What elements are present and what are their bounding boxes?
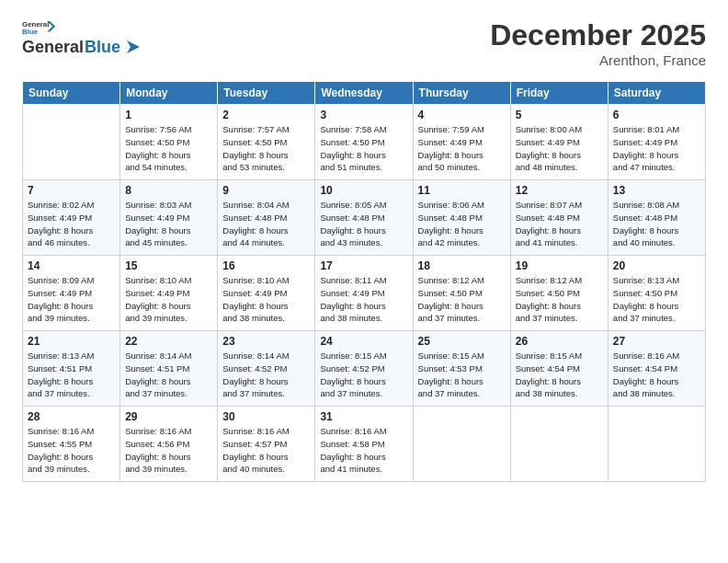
day-number: 21 xyxy=(28,335,115,348)
logo-blue: Blue xyxy=(85,38,120,57)
day-info: Sunrise: 8:01 AM Sunset: 4:49 PM Dayligh… xyxy=(613,123,700,174)
col-wednesday: Wednesday xyxy=(315,82,413,105)
table-row: 17Sunrise: 8:11 AM Sunset: 4:49 PM Dayli… xyxy=(315,256,413,331)
table-row: 22Sunrise: 8:14 AM Sunset: 4:51 PM Dayli… xyxy=(120,331,218,407)
logo-general: General xyxy=(22,38,84,57)
col-thursday: Thursday xyxy=(413,82,510,105)
day-number: 29 xyxy=(125,410,212,423)
table-row: 27Sunrise: 8:16 AM Sunset: 4:54 PM Dayli… xyxy=(608,331,705,407)
day-info: Sunrise: 8:12 AM Sunset: 4:50 PM Dayligh… xyxy=(418,274,506,325)
day-number: 14 xyxy=(28,259,115,272)
table-row: 18Sunrise: 8:12 AM Sunset: 4:50 PM Dayli… xyxy=(413,256,510,331)
table-row: 1Sunrise: 7:56 AM Sunset: 4:50 PM Daylig… xyxy=(120,105,218,180)
day-info: Sunrise: 8:08 AM Sunset: 4:48 PM Dayligh… xyxy=(613,199,700,249)
day-info: Sunrise: 8:16 AM Sunset: 4:54 PM Dayligh… xyxy=(613,350,700,400)
day-info: Sunrise: 7:58 AM Sunset: 4:50 PM Dayligh… xyxy=(320,123,407,174)
calendar-week-row: 28Sunrise: 8:16 AM Sunset: 4:55 PM Dayli… xyxy=(23,407,706,482)
logo-arrow-icon xyxy=(123,37,143,57)
day-info: Sunrise: 8:16 AM Sunset: 4:56 PM Dayligh… xyxy=(125,425,212,476)
table-row: 10Sunrise: 8:05 AM Sunset: 4:48 PM Dayli… xyxy=(315,180,413,256)
day-info: Sunrise: 8:02 AM Sunset: 4:49 PM Dayligh… xyxy=(28,199,115,249)
table-row xyxy=(413,407,510,482)
table-row: 14Sunrise: 8:09 AM Sunset: 4:49 PM Dayli… xyxy=(23,256,120,331)
table-row xyxy=(23,105,120,180)
day-number: 15 xyxy=(125,259,212,272)
calendar-week-row: 14Sunrise: 8:09 AM Sunset: 4:49 PM Dayli… xyxy=(23,256,706,331)
table-row: 21Sunrise: 8:13 AM Sunset: 4:51 PM Dayli… xyxy=(23,331,120,407)
day-number: 25 xyxy=(418,335,506,348)
day-info: Sunrise: 8:09 AM Sunset: 4:49 PM Dayligh… xyxy=(28,274,115,325)
table-row: 28Sunrise: 8:16 AM Sunset: 4:55 PM Dayli… xyxy=(23,407,120,482)
day-info: Sunrise: 8:16 AM Sunset: 4:58 PM Dayligh… xyxy=(320,425,407,476)
table-row: 29Sunrise: 8:16 AM Sunset: 4:56 PM Dayli… xyxy=(120,407,218,482)
table-row xyxy=(608,407,705,482)
table-row: 12Sunrise: 8:07 AM Sunset: 4:48 PM Dayli… xyxy=(510,180,608,256)
calendar-table: Sunday Monday Tuesday Wednesday Thursday… xyxy=(22,81,706,482)
calendar-header-row: Sunday Monday Tuesday Wednesday Thursday… xyxy=(23,82,706,105)
day-info: Sunrise: 8:10 AM Sunset: 4:49 PM Dayligh… xyxy=(125,274,212,325)
day-info: Sunrise: 8:07 AM Sunset: 4:48 PM Dayligh… xyxy=(516,199,603,249)
day-info: Sunrise: 8:13 AM Sunset: 4:51 PM Dayligh… xyxy=(28,350,115,400)
day-info: Sunrise: 8:16 AM Sunset: 4:57 PM Dayligh… xyxy=(222,425,310,476)
calendar-week-row: 21Sunrise: 8:13 AM Sunset: 4:51 PM Dayli… xyxy=(23,331,706,407)
day-info: Sunrise: 8:10 AM Sunset: 4:49 PM Dayligh… xyxy=(222,274,310,325)
table-row: 20Sunrise: 8:13 AM Sunset: 4:50 PM Dayli… xyxy=(608,256,705,331)
title-area: December 2025 Arenthon, France xyxy=(490,18,706,68)
table-row: 30Sunrise: 8:16 AM Sunset: 4:57 PM Dayli… xyxy=(218,407,315,482)
day-number: 22 xyxy=(125,335,212,348)
day-number: 19 xyxy=(516,259,603,272)
day-number: 20 xyxy=(613,259,700,272)
day-info: Sunrise: 8:14 AM Sunset: 4:52 PM Dayligh… xyxy=(222,350,310,400)
day-number: 28 xyxy=(28,410,115,423)
day-number: 12 xyxy=(516,184,603,197)
table-row: 4Sunrise: 7:59 AM Sunset: 4:49 PM Daylig… xyxy=(413,105,510,180)
page: General Blue General Blue December 2025 … xyxy=(0,0,728,563)
day-info: Sunrise: 8:13 AM Sunset: 4:50 PM Dayligh… xyxy=(613,274,700,325)
day-number: 2 xyxy=(222,109,310,121)
table-row: 25Sunrise: 8:15 AM Sunset: 4:53 PM Dayli… xyxy=(413,331,510,407)
day-info: Sunrise: 7:59 AM Sunset: 4:49 PM Dayligh… xyxy=(418,123,506,174)
day-info: Sunrise: 8:11 AM Sunset: 4:49 PM Dayligh… xyxy=(320,274,407,325)
day-number: 3 xyxy=(320,109,407,121)
day-info: Sunrise: 8:12 AM Sunset: 4:50 PM Dayligh… xyxy=(516,274,603,325)
table-row: 9Sunrise: 8:04 AM Sunset: 4:48 PM Daylig… xyxy=(218,180,315,256)
day-number: 4 xyxy=(418,109,506,121)
logo: General Blue General Blue xyxy=(22,18,143,57)
table-row: 16Sunrise: 8:10 AM Sunset: 4:49 PM Dayli… xyxy=(218,256,315,331)
col-sunday: Sunday xyxy=(23,82,120,105)
table-row: 2Sunrise: 7:57 AM Sunset: 4:50 PM Daylig… xyxy=(218,105,315,180)
table-row: 8Sunrise: 8:03 AM Sunset: 4:49 PM Daylig… xyxy=(120,180,218,256)
day-info: Sunrise: 8:03 AM Sunset: 4:49 PM Dayligh… xyxy=(125,199,212,249)
table-row: 6Sunrise: 8:01 AM Sunset: 4:49 PM Daylig… xyxy=(608,105,705,180)
table-row: 3Sunrise: 7:58 AM Sunset: 4:50 PM Daylig… xyxy=(315,105,413,180)
col-saturday: Saturday xyxy=(608,82,705,105)
day-info: Sunrise: 8:15 AM Sunset: 4:54 PM Dayligh… xyxy=(516,350,603,400)
day-number: 26 xyxy=(516,335,603,348)
day-info: Sunrise: 8:15 AM Sunset: 4:53 PM Dayligh… xyxy=(418,350,506,400)
day-info: Sunrise: 7:56 AM Sunset: 4:50 PM Dayligh… xyxy=(125,123,212,174)
day-info: Sunrise: 8:05 AM Sunset: 4:48 PM Dayligh… xyxy=(320,199,407,249)
day-number: 16 xyxy=(222,259,310,272)
day-number: 5 xyxy=(516,109,603,121)
day-number: 10 xyxy=(320,184,407,197)
table-row: 7Sunrise: 8:02 AM Sunset: 4:49 PM Daylig… xyxy=(23,180,120,256)
day-number: 7 xyxy=(28,184,115,197)
table-row: 31Sunrise: 8:16 AM Sunset: 4:58 PM Dayli… xyxy=(315,407,413,482)
col-monday: Monday xyxy=(120,82,218,105)
day-number: 31 xyxy=(320,410,407,423)
month-title: December 2025 xyxy=(490,18,706,52)
day-number: 13 xyxy=(613,184,700,197)
day-number: 9 xyxy=(222,184,310,197)
day-number: 18 xyxy=(418,259,506,272)
table-row: 5Sunrise: 8:00 AM Sunset: 4:49 PM Daylig… xyxy=(510,105,608,180)
calendar-week-row: 7Sunrise: 8:02 AM Sunset: 4:49 PM Daylig… xyxy=(23,180,706,256)
day-info: Sunrise: 8:04 AM Sunset: 4:48 PM Dayligh… xyxy=(222,199,310,249)
day-number: 30 xyxy=(222,410,310,423)
day-number: 1 xyxy=(125,109,212,121)
day-number: 8 xyxy=(125,184,212,197)
svg-marker-3 xyxy=(127,40,140,53)
day-info: Sunrise: 8:16 AM Sunset: 4:55 PM Dayligh… xyxy=(28,425,115,476)
logo-icon: General Blue xyxy=(22,18,55,35)
day-info: Sunrise: 8:15 AM Sunset: 4:52 PM Dayligh… xyxy=(320,350,407,400)
col-tuesday: Tuesday xyxy=(218,82,315,105)
